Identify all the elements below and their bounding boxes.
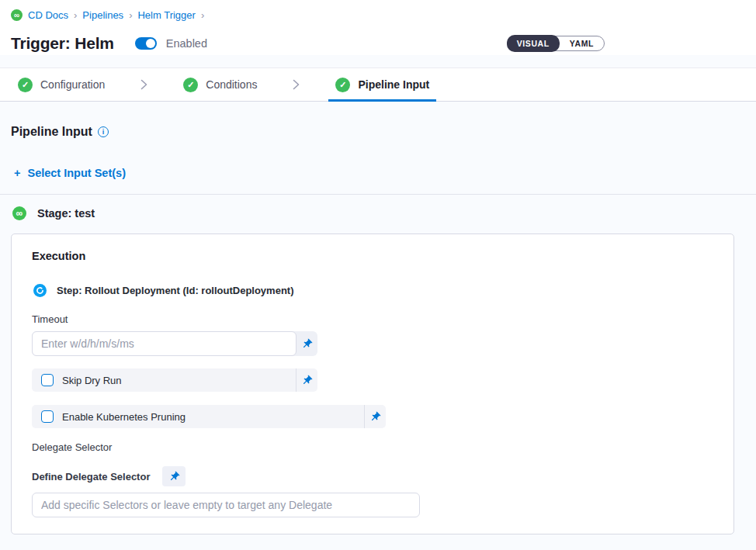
tab-label: Configuration [40, 78, 105, 91]
plus-icon: + [14, 167, 20, 179]
breadcrumb: ∞ CD Docs › Pipelines › Helm Trigger › [0, 9, 756, 21]
timeout-input[interactable] [32, 331, 297, 356]
skip-dry-run-label: Skip Dry Run [62, 375, 122, 386]
tab-label: Pipeline Input [358, 78, 429, 91]
stage-label: Stage: test [37, 207, 95, 220]
yaml-button[interactable]: YAML [560, 36, 604, 51]
info-icon[interactable]: i [98, 126, 109, 137]
step-row: Step: Rollout Deployment (Id: rolloutDep… [33, 284, 713, 297]
enable-kubernetes-pruning-row: Enable Kubernetes Pruning [32, 405, 386, 428]
execution-card: Execution Step: Rollout Deployment (Id: … [11, 233, 734, 534]
breadcrumb-link-helm-trigger[interactable]: Helm Trigger [137, 9, 195, 21]
pipeline-input-panel: Pipeline Input i + Select Input Set(s) ∞… [0, 125, 756, 534]
define-delegate-selector-row: Define Delegate Selector [32, 465, 713, 487]
visual-button[interactable]: VISUAL [507, 35, 560, 52]
check-circle-icon: ✓ [18, 78, 33, 92]
pin-button[interactable] [162, 466, 186, 486]
tab-configuration[interactable]: ✓ Configuration [11, 68, 112, 101]
enabled-toggle[interactable] [135, 37, 157, 50]
title-row: Trigger: Helm Enabled VISUAL YAML [0, 32, 756, 55]
tab-label: Conditions [206, 78, 257, 91]
pin-icon[interactable] [297, 331, 317, 356]
tab-conditions[interactable]: ✓ Conditions [176, 68, 264, 101]
breadcrumb-link-pipelines[interactable]: Pipelines [82, 9, 123, 21]
select-input-sets-label: Select Input Set(s) [27, 167, 126, 179]
toggle-knob [146, 39, 155, 48]
enabled-toggle-label: Enabled [166, 37, 207, 50]
delegate-selectors-input[interactable] [32, 493, 420, 517]
select-input-sets-link[interactable]: + Select Input Set(s) [14, 167, 126, 179]
pin-icon[interactable] [364, 405, 386, 428]
define-delegate-selector-label: Define Delegate Selector [32, 471, 150, 483]
page-title: Trigger: Helm [11, 34, 114, 53]
chevron-right-icon [293, 78, 300, 91]
breadcrumb-link-cd-docs[interactable]: CD Docs [28, 9, 68, 21]
harness-cd-icon: ∞ [12, 206, 26, 220]
page-header: ∞ CD Docs › Pipelines › Helm Trigger › T… [0, 0, 756, 55]
delegate-selector-label: Delegate Selector [32, 441, 713, 453]
wizard-tabs: ✓ Configuration ✓ Conditions ✓ Pipeline … [0, 67, 756, 102]
timeout-label: Timeout [32, 313, 713, 325]
chevron-right-icon [140, 78, 147, 91]
pin-icon[interactable] [296, 368, 317, 392]
execution-title: Execution [32, 250, 713, 262]
harness-cd-icon: ∞ [11, 9, 23, 21]
section-title: Pipeline Input [11, 125, 92, 139]
tab-pipeline-input[interactable]: ✓ Pipeline Input [328, 68, 436, 101]
rollout-deployment-step-icon [33, 284, 47, 297]
visual-yaml-toggle: VISUAL YAML [507, 36, 605, 51]
skip-dry-run-checkbox[interactable] [41, 374, 54, 386]
check-circle-icon: ✓ [335, 78, 350, 92]
breadcrumb-separator: › [74, 9, 77, 21]
stage-row[interactable]: ∞ Stage: test [0, 195, 756, 232]
breadcrumb-separator: › [129, 9, 132, 21]
breadcrumb-separator: › [201, 9, 204, 21]
timeout-field-group [32, 331, 317, 356]
enable-kubernetes-pruning-label: Enable Kubernetes Pruning [62, 411, 186, 423]
check-circle-icon: ✓ [183, 78, 198, 92]
skip-dry-run-row: Skip Dry Run [32, 368, 317, 392]
step-label: Step: Rollout Deployment (Id: rolloutDep… [57, 285, 294, 296]
enable-kubernetes-pruning-checkbox[interactable] [41, 410, 54, 423]
